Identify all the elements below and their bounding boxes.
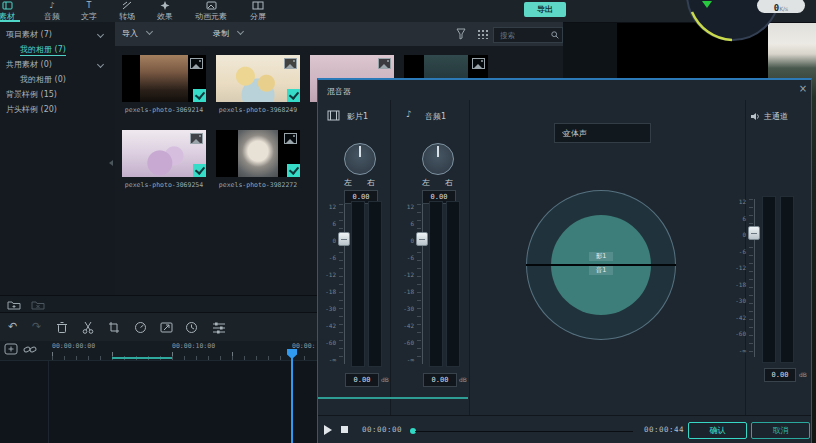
scale-tick-label: -18 bbox=[325, 288, 336, 295]
grid-view-icon[interactable] bbox=[477, 29, 488, 39]
volume-value-field[interactable]: 0.00 bbox=[345, 373, 379, 387]
close-icon[interactable]: × bbox=[797, 83, 809, 95]
fader-scale: 1260-6-12-18-30-42-60-∞ bbox=[320, 203, 336, 363]
film-icon bbox=[327, 110, 340, 121]
level-meter bbox=[429, 201, 443, 367]
media-thumbnail[interactable] bbox=[122, 55, 206, 102]
link-icon[interactable] bbox=[23, 344, 37, 355]
sidebar-item-background-samples[interactable]: 背景样例 (15) bbox=[0, 88, 115, 101]
tab-split-screen[interactable]: 分屏 bbox=[238, 0, 278, 22]
media-filename: pexels-photo-3968249 bbox=[214, 106, 302, 114]
undo-icon[interactable]: ↶ bbox=[5, 320, 20, 335]
scale-tick-label: -6 bbox=[329, 254, 336, 261]
network-speed-pill[interactable]: 0K/s bbox=[757, 0, 805, 13]
level-meter bbox=[368, 201, 382, 367]
new-folder-icon[interactable] bbox=[7, 299, 21, 310]
scale-tick-label: 12 bbox=[407, 203, 414, 210]
sidebar-item-shared-media[interactable]: 共用素材 (0) bbox=[0, 58, 115, 71]
delete-folder-icon[interactable] bbox=[31, 299, 45, 310]
export-button[interactable]: 导出 bbox=[524, 2, 566, 17]
selected-check-icon[interactable] bbox=[193, 164, 206, 177]
music-note-icon: ♪ bbox=[406, 109, 412, 119]
sidebar-item-label: 共用素材 (0) bbox=[6, 60, 52, 69]
search-box[interactable] bbox=[493, 27, 563, 43]
filter-icon[interactable] bbox=[456, 28, 466, 40]
scale-tick-label: -12 bbox=[325, 271, 336, 278]
photo-badge-icon bbox=[190, 58, 203, 69]
play-button[interactable] bbox=[324, 425, 332, 435]
stop-button[interactable] bbox=[341, 426, 348, 433]
tab-audio[interactable]: ♪ 音频 bbox=[33, 0, 71, 22]
media-thumbnail[interactable] bbox=[122, 130, 206, 177]
scale-tick-label: -12 bbox=[735, 264, 746, 271]
redo-icon[interactable]: ↷ bbox=[29, 320, 44, 335]
tab-elements[interactable]: 动画元素 bbox=[184, 0, 238, 22]
transport-progress-line[interactable] bbox=[415, 431, 633, 432]
pan-puck-audio[interactable]: 音1 bbox=[589, 266, 613, 275]
audio-mixer-icon[interactable] bbox=[212, 321, 226, 334]
channel-mode-select[interactable]: 立体声 bbox=[554, 123, 651, 143]
selected-check-icon[interactable] bbox=[287, 89, 300, 102]
scale-tick-label: -18 bbox=[403, 288, 414, 295]
channel-name: 音频1 bbox=[425, 111, 446, 122]
media-thumbnail[interactable] bbox=[216, 55, 300, 102]
media-thumbnail[interactable] bbox=[216, 130, 300, 177]
scale-tick-label: -60 bbox=[403, 339, 414, 346]
sidebar-item-project-media[interactable]: 项目素材 (7) bbox=[0, 28, 115, 41]
fader-track[interactable] bbox=[422, 204, 423, 364]
pan-knob[interactable] bbox=[344, 143, 376, 175]
selected-check-icon[interactable] bbox=[287, 164, 300, 177]
master-volume-field[interactable]: 0.00 bbox=[764, 368, 796, 382]
tab-media[interactable]: 素材 bbox=[0, 0, 26, 22]
record-button[interactable]: 录制 bbox=[213, 28, 243, 39]
fader-ticks bbox=[339, 204, 343, 364]
scale-tick-label: -30 bbox=[403, 305, 414, 312]
duration-clock-icon[interactable] bbox=[185, 321, 198, 334]
tab-transition[interactable]: 转场 bbox=[108, 0, 146, 22]
fader-scale: 1260-6-12-18-30-42-60-∞ bbox=[730, 198, 746, 354]
sidebar-item-my-album-project[interactable]: 我的相册 (7) bbox=[0, 43, 115, 56]
speed-unit: K/s bbox=[779, 5, 788, 12]
delete-icon[interactable] bbox=[56, 321, 68, 334]
pan-knob[interactable] bbox=[422, 143, 454, 175]
chroma-key-icon[interactable] bbox=[160, 321, 173, 334]
playhead-line[interactable] bbox=[291, 349, 293, 443]
selected-check-icon[interactable] bbox=[193, 89, 206, 102]
crop-icon[interactable] bbox=[108, 321, 120, 334]
volume-fader-handle[interactable] bbox=[338, 232, 350, 246]
track-header-divider bbox=[48, 361, 49, 443]
sidebar-item-my-album-shared[interactable]: 我的相册 (0) bbox=[0, 73, 115, 86]
chevron-down-icon bbox=[146, 28, 153, 35]
panel-collapse-handle[interactable] bbox=[109, 160, 113, 166]
sidebar-item-intro-samples[interactable]: 片头样例 (20) bbox=[0, 103, 115, 116]
thumbnail-image bbox=[140, 55, 188, 102]
sidebar-item-label: 项目素材 (7) bbox=[6, 30, 52, 39]
tab-effects[interactable]: 效果 bbox=[146, 0, 184, 22]
search-input[interactable] bbox=[498, 28, 550, 42]
volume-value-field[interactable]: 0.00 bbox=[423, 373, 457, 387]
fader-track[interactable] bbox=[754, 199, 755, 357]
scale-tick-label: 6 bbox=[332, 220, 336, 227]
transition-icon bbox=[108, 1, 146, 11]
scale-tick-label: -42 bbox=[735, 314, 746, 321]
photo-badge-icon bbox=[378, 58, 391, 69]
scale-tick-label: -∞ bbox=[329, 356, 336, 363]
import-button[interactable]: 导入 bbox=[122, 28, 152, 39]
add-track-icon[interactable] bbox=[4, 343, 18, 356]
master-fader-handle[interactable] bbox=[748, 226, 760, 240]
tab-text[interactable]: T 文字 bbox=[70, 0, 108, 22]
channel-strip-scrollbar[interactable] bbox=[318, 397, 468, 399]
scale-tick-label: -6 bbox=[407, 254, 414, 261]
speed-icon[interactable] bbox=[134, 321, 147, 334]
fader-track[interactable] bbox=[344, 204, 345, 364]
scale-tick-label: -18 bbox=[735, 281, 746, 288]
volume-fader-handle[interactable] bbox=[416, 232, 428, 246]
tab-label: 分屏 bbox=[250, 12, 266, 21]
scale-tick-label: 0 bbox=[332, 237, 336, 244]
ruler-timestamp: 00:00: bbox=[292, 342, 315, 350]
split-scissors-icon[interactable] bbox=[82, 321, 94, 334]
cancel-button[interactable]: 取消 bbox=[751, 422, 810, 439]
pan-puck-video[interactable]: 影1 bbox=[589, 252, 613, 261]
sidebar-item-label: 我的相册 (0) bbox=[20, 75, 66, 84]
confirm-button[interactable]: 确认 bbox=[688, 422, 747, 439]
